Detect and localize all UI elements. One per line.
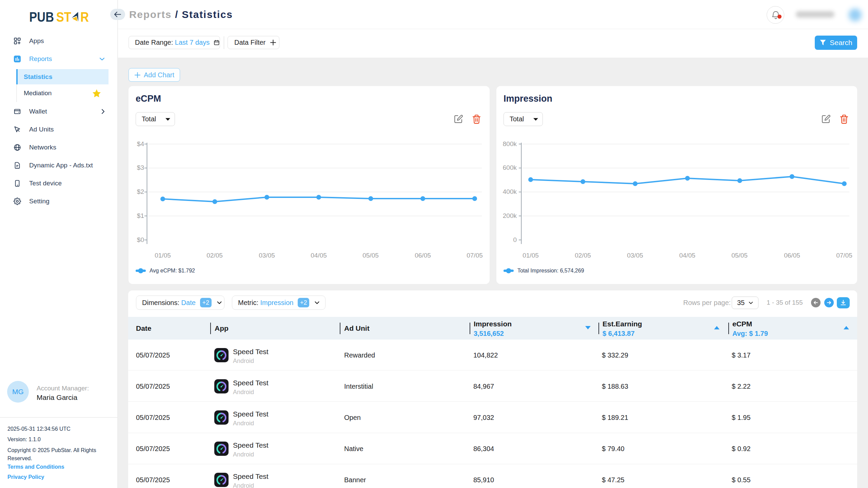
svg-text:ST: ST [56,9,71,24]
svg-text:PUB: PUB [29,9,54,24]
svg-text:R: R [80,9,89,24]
